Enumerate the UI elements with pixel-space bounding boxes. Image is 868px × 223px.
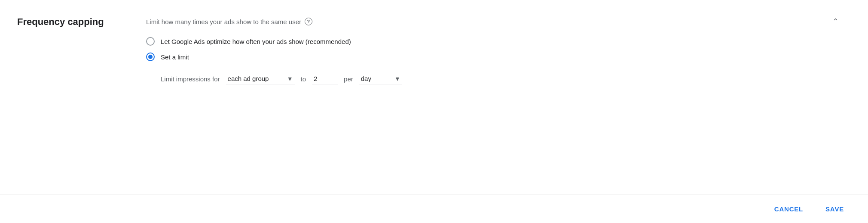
- radio-circle-set-limit: [146, 53, 155, 61]
- radio-label-optimize: Let Google Ads optimize how often your a…: [161, 38, 351, 45]
- radio-circle-optimize: [146, 37, 155, 46]
- description-text: Limit how many times your ads show to th…: [146, 18, 301, 25]
- impressions-prefix-label: Limit impressions for: [161, 75, 220, 83]
- radio-option-optimize[interactable]: Let Google Ads optimize how often your a…: [146, 37, 851, 46]
- to-label: to: [301, 75, 306, 83]
- cancel-button[interactable]: CANCEL: [767, 202, 810, 216]
- group-dropdown[interactable]: each ad group each campaign each user: [226, 73, 295, 84]
- group-dropdown-wrapper: each ad group each campaign each user ▼: [226, 73, 295, 84]
- collapse-icon[interactable]: ⌃: [828, 15, 842, 28]
- radio-option-set-limit[interactable]: Set a limit: [146, 53, 851, 61]
- impressions-row: Limit impressions for each ad group each…: [161, 73, 851, 84]
- limit-description: Limit how many times your ads show to th…: [146, 18, 312, 25]
- impressions-number-input[interactable]: [312, 73, 338, 84]
- save-button[interactable]: SAVE: [819, 202, 851, 216]
- section-title: Frequency capping: [17, 13, 146, 186]
- radio-label-set-limit: Set a limit: [161, 53, 189, 61]
- radio-group: Let Google Ads optimize how often your a…: [146, 37, 851, 61]
- period-dropdown[interactable]: day week month: [359, 73, 402, 84]
- per-label: per: [344, 75, 353, 83]
- period-dropdown-wrapper: day week month ▼: [359, 73, 402, 84]
- help-icon[interactable]: ?: [305, 18, 312, 25]
- footer: CANCEL SAVE: [0, 195, 868, 223]
